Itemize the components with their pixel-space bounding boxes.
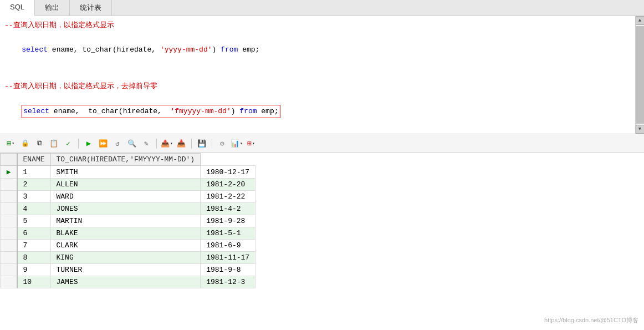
paste-icon: 📋 (49, 139, 58, 148)
grid-icon: ⊞ (7, 139, 11, 148)
row-num: 1 (17, 166, 51, 179)
cell-date: 1980-12-17 (201, 166, 255, 179)
table-row[interactable]: 2ALLEN1981-2-20 (1, 179, 255, 191)
table-row[interactable]: 5MARTIN1981-9-28 (1, 215, 255, 227)
cell-date: 1981-12-3 (201, 276, 255, 288)
table-row[interactable]: 3WARD1981-2-22 (1, 191, 255, 203)
row-num: 2 (17, 179, 51, 191)
refresh-icon: ↺ (115, 139, 120, 148)
copy-btn[interactable]: ⧉ (33, 138, 45, 150)
cell-date: 1981-11-17 (201, 252, 255, 264)
table-row[interactable]: 4JONES1981-4-2 (1, 203, 255, 215)
pen-btn[interactable]: ✎ (140, 138, 152, 150)
run-btn[interactable]: ▶ (83, 138, 95, 150)
search-btn[interactable]: 🔍 (126, 138, 138, 150)
scroll-down-arrow[interactable]: ▼ (636, 125, 645, 134)
grid-btn[interactable]: ⊞ ▾ (4, 138, 17, 150)
sql-line-2: select ename, to_char(hiredate, 'yyyy-mm… (4, 32, 640, 68)
table-row[interactable]: ▶1SMITH1980-12-17 (1, 166, 255, 179)
check-btn[interactable]: ✓ (62, 138, 74, 150)
cell-ename: CLARK (50, 240, 201, 252)
tab-sql[interactable]: SQL (0, 0, 35, 16)
cell-date: 1981-4-2 (201, 203, 255, 215)
export-icon: 📤 (161, 139, 170, 148)
toolbar: ⊞ ▾ 🔒 ⧉ 📋 ✓ ▶ ⏩ ↺ 🔍 ✎ 📤 ▾ 📥 💾 ⚙ 📊 (0, 134, 644, 153)
result-area[interactable]: ENAME TO_CHAR(HIREDATE,'FMYYYY-MM-DD') ▶… (0, 153, 644, 330)
col-header-rownum (1, 154, 17, 166)
cell-ename: TURNER (50, 264, 201, 276)
col-header-date: TO_CHAR(HIREDATE,'FMYYYY-MM-DD') (50, 154, 201, 166)
cell-date: 1981-9-28 (201, 215, 255, 227)
row-indicator (1, 215, 17, 227)
table-icon: ⊞ (247, 139, 252, 148)
cell-ename: JONES (50, 203, 201, 215)
table-dropdown-arrow: ▾ (252, 141, 255, 146)
row-num: 3 (17, 191, 51, 203)
pen-icon: ✎ (144, 139, 149, 148)
cell-ename: KING (50, 252, 201, 264)
cell-date: 1981-5-1 (201, 227, 255, 240)
sql-editor[interactable]: --查询入职日期，以指定格式显示 select ename, to_char(h… (0, 16, 644, 134)
chart-dropdown-arrow: ▾ (240, 141, 243, 146)
row-indicator (1, 240, 17, 252)
scroll-thumb[interactable] (636, 26, 644, 124)
table-row[interactable]: 10JAMES1981-12-3 (1, 276, 255, 288)
lock-icon: 🔒 (21, 139, 29, 148)
settings-btn[interactable]: ⚙ (216, 138, 228, 150)
row-num: 4 (17, 203, 51, 215)
chart-btn[interactable]: 📊 ▾ (231, 138, 243, 150)
tab-output[interactable]: 输出 (35, 0, 70, 16)
scroll-up-arrow[interactable]: ▲ (636, 16, 645, 25)
import-btn[interactable]: 📥 (175, 138, 187, 150)
row-num: 9 (17, 264, 51, 276)
grid-dropdown-arrow: ▾ (12, 141, 14, 146)
cell-date: 1981-2-22 (201, 191, 255, 203)
row-indicator (1, 179, 17, 191)
row-indicator (1, 264, 17, 276)
search-icon: 🔍 (127, 139, 136, 148)
lock-btn[interactable]: 🔒 (19, 138, 31, 150)
col-header-ename: ENAME (17, 154, 51, 166)
editor-scrollbar[interactable]: ▲ ▼ (635, 16, 644, 134)
sep1 (78, 139, 79, 149)
table-row[interactable]: 8KING1981-11-17 (1, 252, 255, 264)
active-row-arrow: ▶ (7, 168, 11, 176)
refresh-btn[interactable]: ↺ (111, 138, 124, 150)
sql-line-3 (4, 68, 640, 80)
row-num: 8 (17, 252, 51, 264)
sql-line-4: --查询入职日期，以指定格式显示，去掉前导零 (4, 80, 640, 93)
run-all-btn[interactable]: ⏩ (97, 138, 109, 150)
cell-ename: WARD (50, 191, 201, 203)
export-btn[interactable]: 📤 ▾ (161, 138, 173, 150)
run-all-icon: ⏩ (99, 139, 108, 148)
cell-ename: ALLEN (50, 179, 201, 191)
save-btn[interactable]: 💾 (196, 138, 208, 150)
row-indicator: ▶ (1, 166, 17, 179)
cell-ename: MARTIN (50, 215, 201, 227)
copy-icon: ⧉ (37, 139, 42, 148)
row-indicator (1, 276, 17, 288)
row-indicator (1, 227, 17, 240)
row-indicator (1, 191, 17, 203)
sep2 (156, 139, 157, 149)
cell-date: 1981-2-20 (201, 179, 255, 191)
table-row[interactable]: 7CLARK1981-6-9 (1, 240, 255, 252)
result-table: ENAME TO_CHAR(HIREDATE,'FMYYYY-MM-DD') ▶… (0, 153, 255, 288)
cell-date: 1981-6-9 (201, 240, 255, 252)
cell-ename: SMITH (50, 166, 201, 179)
tab-stats[interactable]: 统计表 (70, 0, 112, 16)
table-row[interactable]: 6BLAKE1981-5-1 (1, 227, 255, 240)
row-num: 10 (17, 276, 51, 288)
save-icon: 💾 (197, 139, 206, 148)
watermark: https://blog.csdn.net/@51CTO博客 (544, 316, 638, 324)
cell-ename: BLAKE (50, 227, 201, 240)
row-num: 5 (17, 215, 51, 227)
table-btn[interactable]: ⊞ ▾ (245, 138, 257, 150)
cell-date: 1981-9-8 (201, 264, 255, 276)
import-icon: 📥 (177, 139, 186, 148)
sql-line-5: select ename, to_char(hiredate, 'fmyyyy-… (4, 93, 640, 130)
row-indicator (1, 252, 17, 264)
paste-btn[interactable]: 📋 (48, 138, 60, 150)
settings-icon: ⚙ (220, 139, 224, 148)
table-row[interactable]: 9TURNER1981-9-8 (1, 264, 255, 276)
